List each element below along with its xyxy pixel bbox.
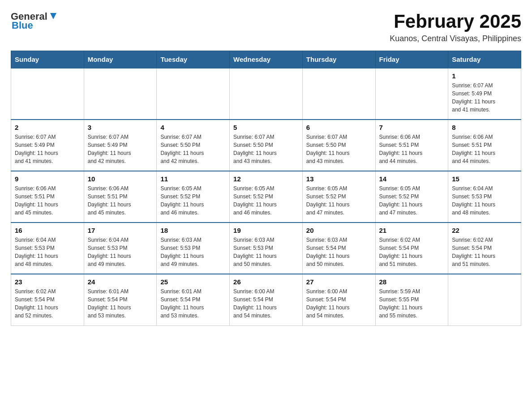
day-info: Sunrise: 6:06 AM Sunset: 5:51 PM Dayligh…: [452, 133, 517, 165]
day-info: Sunrise: 6:02 AM Sunset: 5:54 PM Dayligh…: [379, 236, 445, 268]
calendar-day-cell: 3Sunrise: 6:07 AM Sunset: 5:49 PM Daylig…: [84, 120, 157, 171]
day-info: Sunrise: 6:06 AM Sunset: 5:51 PM Dayligh…: [88, 184, 153, 217]
calendar-day-cell: 12Sunrise: 6:05 AM Sunset: 5:52 PM Dayli…: [230, 171, 303, 223]
calendar-day-cell: 10Sunrise: 6:06 AM Sunset: 5:51 PM Dayli…: [84, 171, 157, 223]
calendar-week-row: 9Sunrise: 6:06 AM Sunset: 5:51 PM Daylig…: [11, 171, 521, 223]
calendar-day-cell: 9Sunrise: 6:06 AM Sunset: 5:51 PM Daylig…: [11, 171, 84, 223]
day-number: 25: [160, 278, 226, 286]
day-number: 28: [379, 278, 445, 286]
day-number: 17: [88, 227, 153, 234]
day-info: Sunrise: 6:03 AM Sunset: 5:54 PM Dayligh…: [306, 236, 372, 268]
calendar-day-cell: 2Sunrise: 6:07 AM Sunset: 5:49 PM Daylig…: [11, 120, 84, 171]
day-info: Sunrise: 6:04 AM Sunset: 5:53 PM Dayligh…: [88, 236, 153, 268]
calendar-day-cell: 22Sunrise: 6:02 AM Sunset: 5:54 PM Dayli…: [448, 223, 521, 274]
day-info: Sunrise: 6:06 AM Sunset: 5:51 PM Dayligh…: [15, 184, 80, 217]
calendar-day-cell: 5Sunrise: 6:07 AM Sunset: 5:50 PM Daylig…: [230, 120, 303, 171]
calendar-day-cell: 11Sunrise: 6:05 AM Sunset: 5:52 PM Dayli…: [157, 171, 230, 223]
calendar-day-cell: [375, 68, 448, 120]
month-title: February 2025: [390, 11, 521, 32]
weekday-header-friday: Friday: [375, 51, 448, 68]
day-number: 5: [233, 124, 299, 131]
day-info: Sunrise: 6:04 AM Sunset: 5:53 PM Dayligh…: [15, 236, 80, 268]
day-info: Sunrise: 6:02 AM Sunset: 5:54 PM Dayligh…: [15, 287, 80, 320]
day-number: 21: [379, 227, 445, 234]
logo: General Blue: [11, 11, 58, 31]
calendar-day-cell: [84, 68, 157, 120]
day-info: Sunrise: 6:00 AM Sunset: 5:54 PM Dayligh…: [306, 287, 372, 320]
day-info: Sunrise: 6:05 AM Sunset: 5:52 PM Dayligh…: [233, 184, 299, 217]
day-number: 3: [88, 124, 153, 131]
calendar-week-row: 23Sunrise: 6:02 AM Sunset: 5:54 PM Dayli…: [11, 274, 521, 325]
weekday-header-thursday: Thursday: [302, 51, 375, 68]
day-info: Sunrise: 6:07 AM Sunset: 5:49 PM Dayligh…: [88, 133, 153, 165]
calendar-week-row: 1Sunrise: 6:07 AM Sunset: 5:49 PM Daylig…: [11, 68, 521, 120]
day-info: Sunrise: 6:07 AM Sunset: 5:49 PM Dayligh…: [452, 81, 517, 114]
day-info: Sunrise: 6:07 AM Sunset: 5:50 PM Dayligh…: [233, 133, 299, 165]
calendar-day-cell: 23Sunrise: 6:02 AM Sunset: 5:54 PM Dayli…: [11, 274, 84, 325]
calendar-day-cell: 14Sunrise: 6:05 AM Sunset: 5:52 PM Dayli…: [375, 171, 448, 223]
day-number: 19: [233, 227, 299, 234]
calendar-day-cell: 27Sunrise: 6:00 AM Sunset: 5:54 PM Dayli…: [302, 274, 375, 325]
weekday-header-sunday: Sunday: [11, 51, 84, 68]
calendar-day-cell: 13Sunrise: 6:05 AM Sunset: 5:52 PM Dayli…: [302, 171, 375, 223]
calendar-day-cell: 15Sunrise: 6:04 AM Sunset: 5:53 PM Dayli…: [448, 171, 521, 223]
day-number: 14: [379, 175, 445, 183]
calendar-day-cell: 1Sunrise: 6:07 AM Sunset: 5:49 PM Daylig…: [448, 68, 521, 120]
day-number: 1: [452, 72, 517, 80]
day-info: Sunrise: 6:05 AM Sunset: 5:52 PM Dayligh…: [306, 184, 372, 217]
day-info: Sunrise: 6:01 AM Sunset: 5:54 PM Dayligh…: [88, 287, 153, 320]
day-number: 8: [452, 124, 517, 131]
day-number: 20: [306, 227, 372, 234]
weekday-header-saturday: Saturday: [448, 51, 521, 68]
day-number: 18: [160, 227, 226, 234]
day-info: Sunrise: 6:07 AM Sunset: 5:50 PM Dayligh…: [306, 133, 372, 165]
calendar-day-cell: 26Sunrise: 6:00 AM Sunset: 5:54 PM Dayli…: [230, 274, 303, 325]
day-number: 6: [306, 124, 372, 131]
day-number: 13: [306, 175, 372, 183]
calendar-week-row: 2Sunrise: 6:07 AM Sunset: 5:49 PM Daylig…: [11, 120, 521, 171]
day-info: Sunrise: 5:59 AM Sunset: 5:55 PM Dayligh…: [379, 287, 445, 320]
day-info: Sunrise: 6:02 AM Sunset: 5:54 PM Dayligh…: [452, 236, 517, 268]
day-number: 15: [452, 175, 517, 183]
calendar-day-cell: 8Sunrise: 6:06 AM Sunset: 5:51 PM Daylig…: [448, 120, 521, 171]
weekday-header-monday: Monday: [84, 51, 157, 68]
day-number: 4: [160, 124, 226, 131]
calendar-day-cell: 17Sunrise: 6:04 AM Sunset: 5:53 PM Dayli…: [84, 223, 157, 274]
calendar-day-cell: 28Sunrise: 5:59 AM Sunset: 5:55 PM Dayli…: [375, 274, 448, 325]
weekday-header-row: SundayMondayTuesdayWednesdayThursdayFrid…: [11, 51, 521, 68]
day-number: 2: [15, 124, 80, 131]
calendar-day-cell: 4Sunrise: 6:07 AM Sunset: 5:50 PM Daylig…: [157, 120, 230, 171]
day-info: Sunrise: 6:01 AM Sunset: 5:54 PM Dayligh…: [160, 287, 226, 320]
logo-blue-text: Blue: [12, 20, 33, 31]
day-number: 27: [306, 278, 372, 286]
calendar-day-cell: 7Sunrise: 6:06 AM Sunset: 5:51 PM Daylig…: [375, 120, 448, 171]
calendar-day-cell: [157, 68, 230, 120]
calendar-day-cell: [302, 68, 375, 120]
day-info: Sunrise: 6:03 AM Sunset: 5:53 PM Dayligh…: [233, 236, 299, 268]
day-info: Sunrise: 6:00 AM Sunset: 5:54 PM Dayligh…: [233, 287, 299, 320]
weekday-header-tuesday: Tuesday: [157, 51, 230, 68]
calendar-day-cell: [448, 274, 521, 325]
day-number: 9: [15, 175, 80, 183]
day-info: Sunrise: 6:06 AM Sunset: 5:51 PM Dayligh…: [379, 133, 445, 165]
day-info: Sunrise: 6:07 AM Sunset: 5:50 PM Dayligh…: [160, 133, 226, 165]
calendar-day-cell: 21Sunrise: 6:02 AM Sunset: 5:54 PM Dayli…: [375, 223, 448, 274]
weekday-header-wednesday: Wednesday: [230, 51, 303, 68]
page-header: General Blue February 2025 Kuanos, Centr…: [11, 11, 521, 43]
title-area: February 2025 Kuanos, Central Visayas, P…: [390, 11, 521, 43]
day-number: 7: [379, 124, 445, 131]
calendar-day-cell: 18Sunrise: 6:03 AM Sunset: 5:53 PM Dayli…: [157, 223, 230, 274]
calendar-day-cell: 25Sunrise: 6:01 AM Sunset: 5:54 PM Dayli…: [157, 274, 230, 325]
day-number: 26: [233, 278, 299, 286]
calendar-day-cell: 24Sunrise: 6:01 AM Sunset: 5:54 PM Dayli…: [84, 274, 157, 325]
calendar-day-cell: 20Sunrise: 6:03 AM Sunset: 5:54 PM Dayli…: [302, 223, 375, 274]
day-info: Sunrise: 6:07 AM Sunset: 5:49 PM Dayligh…: [15, 133, 80, 165]
day-info: Sunrise: 6:03 AM Sunset: 5:53 PM Dayligh…: [160, 236, 226, 268]
calendar-day-cell: 6Sunrise: 6:07 AM Sunset: 5:50 PM Daylig…: [302, 120, 375, 171]
day-info: Sunrise: 6:05 AM Sunset: 5:52 PM Dayligh…: [379, 184, 445, 217]
calendar-day-cell: 16Sunrise: 6:04 AM Sunset: 5:53 PM Dayli…: [11, 223, 84, 274]
day-number: 24: [88, 278, 153, 286]
day-number: 23: [15, 278, 80, 286]
calendar-day-cell: 19Sunrise: 6:03 AM Sunset: 5:53 PM Dayli…: [230, 223, 303, 274]
calendar-day-cell: [230, 68, 303, 120]
